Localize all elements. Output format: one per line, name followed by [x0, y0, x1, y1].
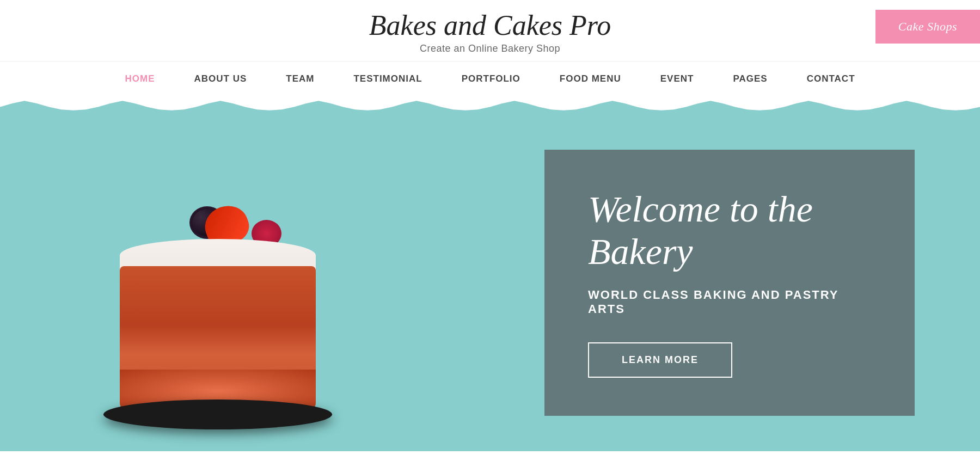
nav-item-testimonial[interactable]: TESTIMONIAL	[334, 62, 442, 96]
cake-illustration	[76, 125, 359, 440]
hero-cake-image	[65, 125, 370, 440]
nav-items-container: HOME ABOUT US TEAM TESTIMONIAL PORTFOLIO…	[105, 62, 874, 96]
nav-item-event[interactable]: EVENT	[641, 62, 714, 96]
main-navbar: HOME ABOUT US TEAM TESTIMONIAL PORTFOLIO…	[0, 62, 980, 96]
cake-plate	[103, 399, 332, 429]
nav-item-about[interactable]: ABOUT US	[174, 62, 266, 96]
hero-welcome-title: Welcome to the Bakery	[588, 188, 871, 273]
cake-body	[120, 266, 316, 413]
nav-item-portfolio[interactable]: PORTFOLIO	[442, 62, 540, 96]
nav-item-home[interactable]: HOME	[105, 62, 174, 96]
header-top: Bakes and Cakes Pro Create an Online Bak…	[0, 10, 980, 54]
hero-subtitle: WORLD CLASS BAKING AND PASTRY ARTS	[588, 288, 871, 316]
hero-inner: Welcome to the Bakery WORLD CLASS BAKING…	[0, 125, 980, 440]
nav-item-contact[interactable]: CONTACT	[787, 62, 875, 96]
nav-item-food-menu[interactable]: FOOD MENU	[540, 62, 641, 96]
nav-item-pages[interactable]: PAGES	[713, 62, 787, 96]
site-header: Bakes and Cakes Pro Create an Online Bak…	[0, 0, 980, 62]
wave-divider	[0, 96, 980, 114]
nav-item-team[interactable]: TEAM	[266, 62, 334, 96]
cake-shops-button[interactable]: Cake Shops	[875, 10, 980, 44]
site-subtitle: Create an Online Bakery Shop	[245, 43, 735, 54]
learn-more-button[interactable]: LEARN MORE	[588, 342, 732, 378]
site-title: Bakes and Cakes Pro	[245, 10, 735, 41]
hero-section: Welcome to the Bakery WORLD CLASS BAKING…	[0, 114, 980, 451]
hero-text-box: Welcome to the Bakery WORLD CLASS BAKING…	[544, 150, 915, 416]
